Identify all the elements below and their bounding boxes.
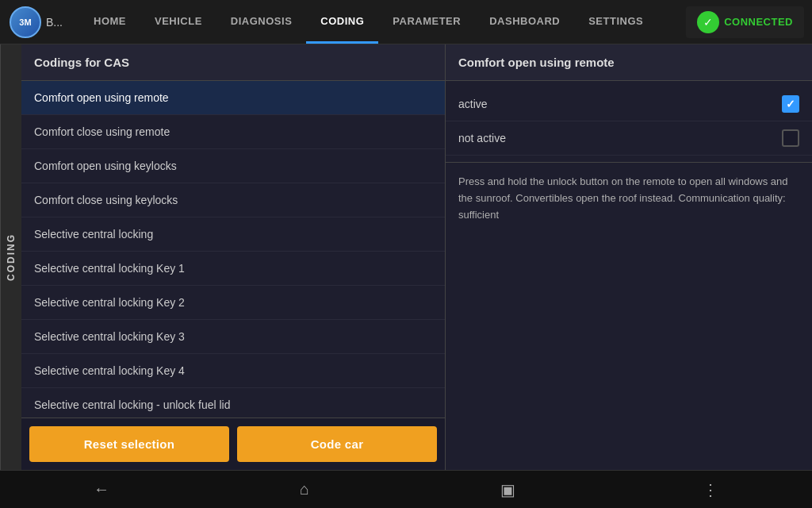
recent-apps-button[interactable]: ▣: [492, 474, 523, 506]
coding-item-9[interactable]: Selective central locking - unlock fuel …: [21, 388, 445, 418]
reset-selection-button[interactable]: Reset selection: [29, 426, 229, 462]
option-checkbox-1[interactable]: [782, 129, 799, 147]
bottom-navigation: ← ⌂ ▣ ⋮: [0, 470, 812, 508]
coding-item-1[interactable]: Comfort close using remote: [21, 115, 445, 149]
logo-icon: 3M: [10, 6, 41, 38]
option-label-0: active: [458, 98, 488, 110]
nav-item-vehicle[interactable]: VEHICLE: [140, 0, 216, 44]
connected-label: CONNECTED: [724, 16, 793, 28]
app-title: B...: [46, 16, 63, 29]
nav-item-coding[interactable]: CODING: [306, 0, 378, 44]
nav-item-settings[interactable]: SETTINGS: [574, 0, 657, 44]
nav-item-parameter[interactable]: PARAMETER: [378, 0, 475, 44]
option-row-0: active: [446, 87, 812, 121]
right-panel: Comfort open using remote activenot acti…: [446, 44, 812, 470]
nav-item-diagnosis[interactable]: DIAGNOSIS: [216, 0, 306, 44]
logo-area: 3M B...: [0, 6, 79, 38]
coding-item-5[interactable]: Selective central locking Key 1: [21, 252, 445, 286]
main-layout: CODING Codings for CAS Comfort open usin…: [0, 44, 812, 470]
nav-item-dashboard[interactable]: DASHBOARD: [475, 0, 574, 44]
coding-item-4[interactable]: Selective central locking: [21, 217, 445, 252]
home-button[interactable]: ⌂: [289, 474, 320, 506]
right-panel-header: Comfort open using remote: [446, 44, 812, 81]
coding-item-7[interactable]: Selective central locking Key 3: [21, 320, 445, 354]
coding-item-6[interactable]: Selective central locking Key 2: [21, 286, 445, 320]
option-row-1: not active: [446, 121, 812, 156]
coding-item-2[interactable]: Comfort open using keylocks: [21, 149, 445, 183]
left-panel: Codings for CAS Comfort open using remot…: [21, 44, 446, 470]
connected-icon: ✓: [697, 11, 719, 33]
code-car-button[interactable]: Code car: [237, 426, 437, 462]
nav-item-home[interactable]: HOME: [79, 0, 140, 44]
action-buttons: Reset selection Code car: [21, 418, 445, 470]
side-coding-label: CODING: [0, 44, 21, 470]
coding-item-0[interactable]: Comfort open using remote: [21, 81, 445, 115]
option-checkbox-0[interactable]: [782, 95, 799, 113]
nav-items: HOMEVEHICLEDIAGNOSISCODINGPARAMETERDASHB…: [79, 0, 686, 44]
more-options-button[interactable]: ⋮: [695, 474, 726, 506]
codings-header: Codings for CAS: [21, 44, 445, 81]
connected-badge: ✓ CONNECTED: [686, 6, 804, 38]
top-navigation: 3M B... HOMEVEHICLEDIAGNOSISCODINGPARAME…: [0, 0, 812, 44]
coding-item-8[interactable]: Selective central locking Key 4: [21, 354, 445, 388]
description-area: Press and hold the unlock button on the …: [446, 163, 812, 470]
options-area: activenot active: [446, 81, 812, 163]
option-label-1: not active: [458, 132, 506, 144]
back-button[interactable]: ←: [86, 474, 117, 506]
coding-list: Comfort open using remoteComfort close u…: [21, 81, 445, 418]
coding-item-3[interactable]: Comfort close using keylocks: [21, 183, 445, 217]
